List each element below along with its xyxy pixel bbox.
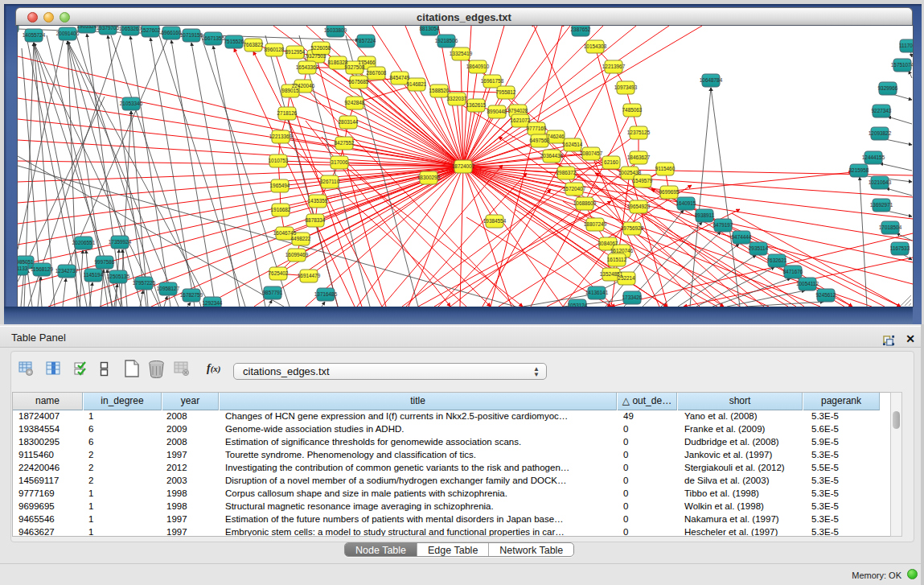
svg-text:20091406: 20091406 xyxy=(56,31,80,36)
svg-text:7632621: 7632621 xyxy=(767,257,787,263)
svg-text:14055724: 14055724 xyxy=(23,32,46,38)
svg-text:1010753: 1010753 xyxy=(269,158,289,163)
svg-text:21053346: 21053346 xyxy=(120,101,143,106)
svg-text:8454749: 8454749 xyxy=(390,75,410,80)
svg-text:19379705: 19379705 xyxy=(97,26,120,31)
svg-text:16543362: 16543362 xyxy=(296,64,319,70)
svg-text:12444155: 12444155 xyxy=(862,154,885,160)
svg-text:10958127: 10958127 xyxy=(157,286,180,291)
svg-text:10025438: 10025438 xyxy=(618,170,642,175)
svg-text:17359924: 17359924 xyxy=(109,239,132,245)
svg-text:19384554: 19384554 xyxy=(483,218,507,224)
svg-text:12375125: 12375125 xyxy=(627,130,651,135)
svg-text:16671355: 16671355 xyxy=(202,35,225,41)
svg-text:9327508: 9327508 xyxy=(345,64,365,70)
svg-text:1905324: 1905324 xyxy=(77,26,97,29)
svg-text:1965494: 1965494 xyxy=(270,183,290,188)
svg-text:1624514: 1624514 xyxy=(563,142,583,147)
svg-text:9857791: 9857791 xyxy=(263,290,283,295)
svg-text:1916682: 1916682 xyxy=(271,207,291,212)
svg-text:3322037: 3322037 xyxy=(447,96,467,101)
svg-text:12093822: 12093822 xyxy=(869,130,892,136)
svg-text:10648784: 10648784 xyxy=(700,77,723,83)
svg-text:18724007: 18724007 xyxy=(452,163,475,169)
svg-text:12505135: 12505135 xyxy=(107,274,130,279)
svg-text:12342737: 12342737 xyxy=(55,268,79,274)
svg-text:9329966: 9329966 xyxy=(878,85,898,91)
svg-text:10054112: 10054112 xyxy=(796,281,819,286)
svg-text:16914479: 16914479 xyxy=(298,273,321,278)
svg-text:10653267: 10653267 xyxy=(119,26,142,31)
svg-text:252214: 252214 xyxy=(618,275,635,281)
svg-text:1640915: 1640915 xyxy=(676,200,696,206)
svg-text:14136141: 14136141 xyxy=(585,290,609,295)
svg-text:1733426: 1733426 xyxy=(622,295,643,300)
svg-text:7515526: 7515526 xyxy=(224,39,244,44)
svg-text:985051: 985051 xyxy=(18,259,34,265)
svg-text:1549579: 1549579 xyxy=(633,178,653,183)
svg-text:7625402: 7625402 xyxy=(269,270,289,276)
svg-text:15720407: 15720407 xyxy=(563,186,586,192)
svg-text:2803144: 2803144 xyxy=(339,119,359,125)
svg-text:8471676: 8471676 xyxy=(783,269,803,274)
svg-text:10210643: 10210643 xyxy=(869,179,892,185)
svg-text:20364436: 20364436 xyxy=(540,153,564,159)
svg-text:13716485: 13716485 xyxy=(314,291,338,297)
svg-text:9794028: 9794028 xyxy=(508,108,528,113)
svg-text:13692971: 13692971 xyxy=(870,202,893,208)
svg-text:8215958: 8215958 xyxy=(849,167,869,173)
svg-text:12213967: 12213967 xyxy=(602,64,626,69)
svg-text:18640910: 18640910 xyxy=(466,64,490,69)
svg-text:9242848: 9242848 xyxy=(345,100,365,105)
svg-text:16961758: 16961758 xyxy=(481,78,504,84)
svg-text:1615112: 1615112 xyxy=(607,257,627,262)
svg-text:16782759: 16782759 xyxy=(180,292,203,298)
svg-text:10973493: 10973493 xyxy=(614,84,638,90)
svg-text:746246: 746246 xyxy=(547,134,565,139)
svg-text:10688609: 10688609 xyxy=(573,200,597,206)
svg-text:13325419: 13325419 xyxy=(450,51,473,56)
svg-text:16046745: 16046745 xyxy=(273,230,297,236)
svg-text:18463627: 18463627 xyxy=(627,154,651,160)
svg-text:9245612: 9245612 xyxy=(816,292,836,298)
svg-text:18300295: 18300295 xyxy=(417,175,441,180)
svg-text:62160: 62160 xyxy=(604,159,618,165)
svg-text:9777169: 9777169 xyxy=(527,126,547,131)
svg-text:4498222: 4498222 xyxy=(291,236,311,241)
svg-text:2867608: 2867608 xyxy=(367,70,387,76)
svg-text:19654923: 19654923 xyxy=(627,204,651,209)
svg-text:9699695: 9699695 xyxy=(659,189,680,195)
svg-text:391133: 391133 xyxy=(18,266,28,271)
svg-text:19756928: 19756928 xyxy=(621,225,644,231)
svg-text:6966160: 6966160 xyxy=(162,30,182,35)
svg-text:9327503: 9327503 xyxy=(306,53,326,59)
svg-text:12213369: 12213369 xyxy=(269,134,293,139)
svg-text:1362615: 1362615 xyxy=(466,102,487,108)
svg-text:16120746: 16120746 xyxy=(610,248,634,253)
svg-text:5675685: 5675685 xyxy=(349,79,369,84)
svg-text:16099469: 16099469 xyxy=(285,252,309,257)
svg-text:20206551: 20206551 xyxy=(72,240,96,245)
svg-text:9146821: 9146821 xyxy=(407,81,427,87)
svg-text:9474444: 9474444 xyxy=(732,234,752,240)
svg-text:5226058: 5226058 xyxy=(311,45,331,51)
svg-text:15751074: 15751074 xyxy=(891,62,913,68)
svg-text:1588520: 1588520 xyxy=(429,88,450,93)
svg-text:16033809: 16033809 xyxy=(324,27,347,33)
svg-text:7857224: 7857224 xyxy=(356,38,376,43)
svg-text:9227343: 9227343 xyxy=(872,108,892,113)
svg-text:9115460: 9115460 xyxy=(655,166,676,171)
svg-text:6479197: 6479197 xyxy=(713,222,733,228)
svg-text:19218506: 19218506 xyxy=(435,38,458,43)
svg-text:8813054: 8813054 xyxy=(420,26,440,31)
svg-text:3084067: 3084067 xyxy=(598,241,618,246)
svg-text:317006: 317006 xyxy=(331,159,348,165)
svg-text:10719155: 10719155 xyxy=(180,32,203,38)
svg-text:7663822: 7663822 xyxy=(244,42,264,47)
svg-text:8960128: 8960128 xyxy=(265,47,285,52)
svg-text:1145194: 1145194 xyxy=(84,272,104,278)
svg-text:10807457: 10807457 xyxy=(580,150,603,156)
svg-text:3267110: 3267110 xyxy=(320,179,340,184)
svg-text:8878334: 8878334 xyxy=(306,217,326,223)
svg-text:7955812: 7955812 xyxy=(496,89,516,95)
